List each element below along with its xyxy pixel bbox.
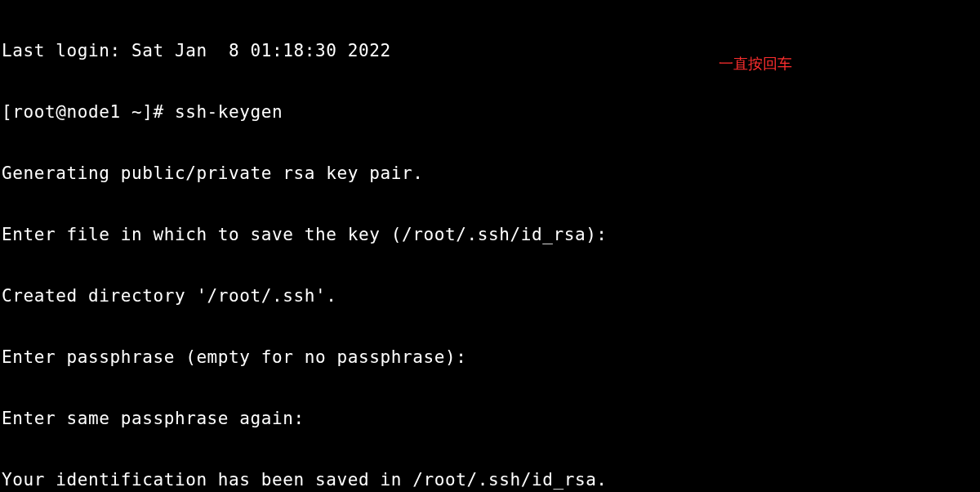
terminal-line: Enter file in which to save the key (/ro… [2, 225, 978, 245]
terminal-window[interactable]: Last login: Sat Jan 8 01:18:30 2022 [roo… [0, 0, 980, 492]
terminal-line: Your identification has been saved in /r… [2, 470, 978, 490]
terminal-line: Enter same passphrase again: [2, 409, 978, 429]
annotation-label: 一直按回车 [719, 54, 792, 74]
terminal-line: Last login: Sat Jan 8 01:18:30 2022 [2, 41, 978, 61]
terminal-line: [root@node1 ~]# ssh-keygen [2, 102, 978, 123]
terminal-line: Created directory '/root/.ssh'. [2, 286, 978, 306]
terminal-line: Generating public/private rsa key pair. [2, 163, 978, 184]
terminal-line: Enter passphrase (empty for no passphras… [2, 347, 978, 368]
